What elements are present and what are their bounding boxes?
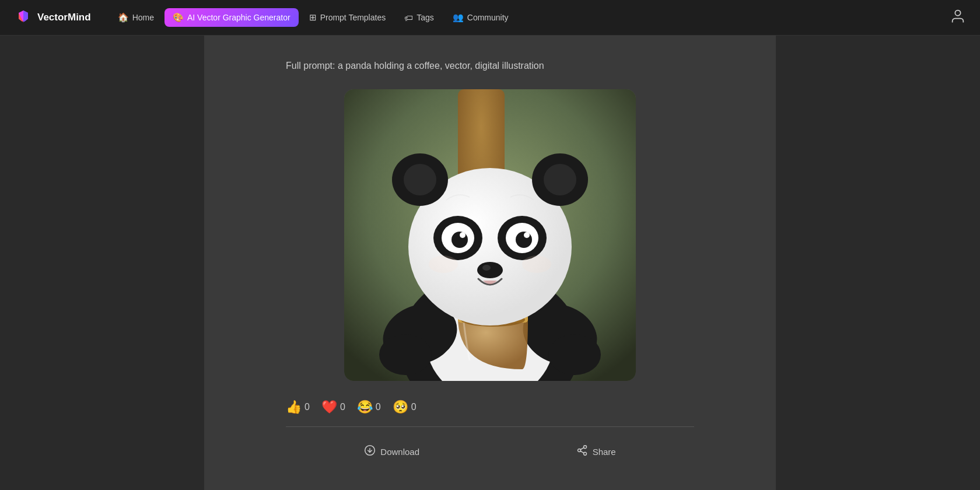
sad-emoji: 🥺 (393, 400, 408, 415)
svg-point-7 (379, 334, 432, 375)
svg-point-29 (522, 256, 551, 273)
tags-icon: 🏷 (404, 13, 413, 23)
svg-point-23 (460, 232, 466, 238)
share-icon (576, 444, 588, 459)
community-icon: 👥 (453, 12, 464, 23)
prompt-text: Full prompt: a panda holding a coffee, v… (286, 59, 694, 73)
content-inner: Full prompt: a panda holding a coffee, v… (286, 59, 694, 467)
action-buttons: Download Share (286, 439, 694, 465)
left-sidebar (0, 36, 204, 490)
download-button[interactable]: Download (350, 439, 433, 465)
svg-point-25 (460, 233, 463, 235)
logo-icon (14, 8, 33, 27)
nav-user-area[interactable] (950, 8, 966, 27)
prompt-templates-icon: ⊞ (309, 12, 317, 23)
svg-point-0 (955, 10, 960, 16)
ai-generator-icon: 🎨 (173, 12, 184, 23)
svg-line-36 (580, 447, 584, 449)
share-button[interactable]: Share (562, 439, 630, 465)
navbar: VectorMind 🏠 Home 🎨 AI Vector Graphic Ge… (0, 0, 980, 36)
nav-link-home-label: Home (132, 13, 154, 22)
panda-illustration (344, 89, 636, 381)
laugh-emoji: 😂 (357, 400, 373, 415)
heart-emoji: ❤️ (321, 400, 337, 415)
sad-count: 0 (411, 402, 416, 412)
svg-point-21 (452, 232, 468, 248)
svg-point-9 (548, 334, 601, 375)
nav-link-community[interactable]: 👥 Community (444, 8, 517, 27)
divider (286, 426, 694, 427)
laugh-count: 0 (376, 402, 381, 412)
svg-point-14 (404, 164, 436, 195)
nav-links: 🏠 Home 🎨 AI Vector Graphic Generator ⊞ P… (110, 8, 950, 27)
nav-link-prompt-templates-label: Prompt Templates (320, 13, 386, 22)
download-label: Download (380, 447, 419, 457)
reaction-sad[interactable]: 🥺 0 (393, 400, 416, 415)
user-icon (950, 8, 966, 24)
page-layout: Full prompt: a panda holding a coffee, v… (0, 36, 980, 490)
svg-point-28 (429, 256, 458, 273)
download-icon (364, 444, 376, 459)
nav-link-prompt-templates[interactable]: ⊞ Prompt Templates (301, 8, 394, 27)
nav-link-ai-generator[interactable]: 🎨 AI Vector Graphic Generator (164, 8, 299, 27)
svg-point-16 (544, 164, 576, 195)
reactions-bar: 👍 0 ❤️ 0 😂 0 🥺 0 (286, 400, 694, 415)
thumbsup-count: 0 (304, 402, 310, 412)
generated-image (344, 89, 636, 381)
svg-line-35 (580, 451, 584, 453)
svg-point-24 (524, 232, 530, 238)
svg-point-27 (482, 265, 491, 271)
heart-count: 0 (340, 402, 345, 412)
right-sidebar (776, 36, 980, 490)
reaction-laugh[interactable]: 😂 0 (357, 400, 381, 415)
nav-link-tags-label: Tags (416, 13, 434, 22)
brand-name: VectorMind (37, 12, 91, 23)
reaction-thumbsup[interactable]: 👍 0 (286, 400, 310, 415)
svg-point-26 (477, 262, 503, 278)
main-content: Full prompt: a panda holding a coffee, v… (204, 36, 776, 490)
nav-link-tags[interactable]: 🏷 Tags (396, 9, 442, 27)
thumbsup-emoji: 👍 (286, 400, 302, 415)
logo[interactable]: VectorMind (14, 8, 91, 27)
reaction-heart[interactable]: ❤️ 0 (321, 400, 345, 415)
nav-link-community-label: Community (467, 13, 509, 22)
home-icon: 🏠 (118, 12, 129, 23)
share-label: Share (593, 447, 616, 457)
svg-point-22 (516, 232, 532, 248)
nav-link-ai-generator-label: AI Vector Graphic Generator (187, 13, 290, 22)
nav-link-home[interactable]: 🏠 Home (110, 8, 162, 27)
